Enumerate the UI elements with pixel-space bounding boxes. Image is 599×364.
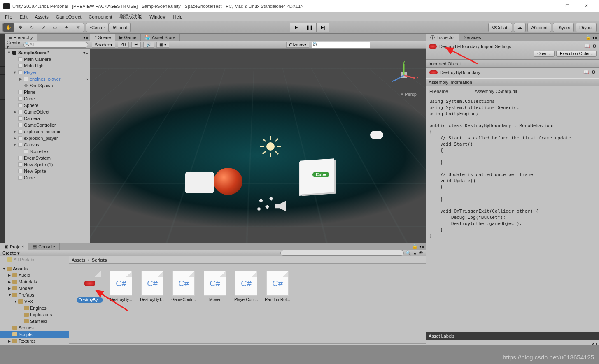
create-button[interactable]: Create ▾ [7,40,22,49]
maximize-button[interactable]: ☐ [558,0,577,12]
scale-tool-button[interactable]: ⤢ [37,23,49,32]
breadcrumb[interactable]: Assets › Scripts [69,256,426,264]
twod-toggle[interactable]: 2D [118,42,129,48]
hierarchy-item[interactable]: ▼Canvas [5,141,90,148]
cloud-button[interactable]: ☁ [514,23,526,32]
gear-icon[interactable]: ⚙ [592,44,597,49]
hierarchy-item[interactable]: ▶GameObject [5,109,90,115]
menu-component[interactable]: Component [85,14,115,20]
fx-toggle[interactable]: ▦ ▾ [156,42,169,48]
folder-prefabs[interactable]: ▼Prefabs [0,292,69,298]
execution-order-button[interactable]: Execution Order... [556,51,597,57]
minimize-button[interactable]: — [539,0,558,12]
layers-button[interactable]: Layers▼ [553,23,574,32]
hierarchy-item[interactable]: ▶explosion_player [5,135,90,141]
file-item[interactable]: C#PlayerCont... [233,271,259,302]
menu-window[interactable]: Window [146,14,169,20]
hierarchy-item[interactable]: ShotSpawn [5,82,90,89]
perspective-label[interactable]: ≡ Persp [401,92,417,97]
file-item[interactable]: C#DestroyByT... [139,271,165,302]
hierarchy-item[interactable]: Camera [5,115,90,122]
move-tool-button[interactable]: ✥ [14,23,26,32]
transform-tool-button[interactable]: ✦ [61,23,72,32]
folder-scenes[interactable]: Scenes [0,325,69,331]
project-search-input[interactable] [280,250,404,256]
pivot-mode-button[interactable]: ▪ Center [86,23,109,32]
draw-mode-dropdown[interactable]: Shaded ▾ [92,42,115,48]
menu-assets[interactable]: Assets [32,14,52,20]
folder-vfx[interactable]: ▼VFX [0,298,69,305]
folder-materials[interactable]: ▶Materials [0,278,69,285]
breadcrumb-assets[interactable]: Assets [72,257,85,262]
close-button[interactable]: ✕ [577,0,596,12]
hierarchy-item[interactable]: ▶explosion_asteroid [5,128,90,135]
console-tab[interactable]: ▤ Console [28,243,59,250]
scene-root[interactable]: ▼ SampleScene* ▾≡ [5,49,90,56]
hierarchy-item[interactable]: Cube [5,174,90,181]
breadcrumb-scripts[interactable]: Scripts [92,257,107,262]
rect-tool-button[interactable]: ▭ [49,23,61,32]
tab-scene[interactable]: # Scene [90,34,115,41]
file-item[interactable]: C#DestroyBy... [108,271,134,302]
search-filter-icon[interactable]: 🔍 [406,250,411,256]
pivot-rotation-button[interactable]: ⊕ Local [109,23,131,32]
menu-edit[interactable]: Edit [16,14,31,20]
folder-assets[interactable]: ▼Assets [0,265,69,272]
hierarchy-item[interactable]: GameController [5,122,90,128]
folder-engines[interactable]: Engines [0,305,69,311]
hierarchy-item[interactable]: Main Light [5,63,90,69]
hand-tool-button[interactable]: ✋ [3,23,14,32]
gizmos-dropdown[interactable]: Gizmos ▾ [286,42,309,48]
pause-button[interactable]: ❚❚ [303,23,316,32]
tab-asset-store[interactable]: 🏪 Asset Store [141,34,179,41]
scene-axis-gizmo[interactable]: yxz [389,61,418,90]
favorites-item[interactable]: All Prefabs [0,256,69,263]
menu-file[interactable]: File [2,14,16,20]
favorite-filter-icon[interactable]: ★ [413,250,417,256]
create-button[interactable]: Create ▾ [2,250,20,256]
file-item[interactable]: C#Mover [202,271,228,302]
play-button[interactable]: ▶ [290,23,303,32]
lighting-toggle[interactable]: ☀ [131,42,141,48]
inspector-tab[interactable]: ⓘ Inspector [426,34,459,42]
scene-search-input[interactable] [312,42,370,48]
account-button[interactable]: Account▼ [527,23,551,32]
hierarchy-item[interactable]: Sphere [5,102,90,109]
folder-textures[interactable]: ▶Textures [0,338,69,344]
scene-view[interactable]: Cube yxz ≡ Persp [90,49,426,243]
services-tab[interactable]: Services [459,34,485,41]
project-tab[interactable]: ▣ Project [0,243,28,250]
folder-scripts[interactable]: Scripts [0,331,69,338]
gear-icon[interactable]: ⚙ [592,70,596,75]
hierarchy-item[interactable]: ▶engines_player› [5,76,90,82]
menu-help[interactable]: Help [170,14,186,20]
rotate-tool-button[interactable]: ↻ [26,23,37,32]
open-button[interactable]: Open... [534,51,555,57]
scene-menu-icon[interactable]: ▾≡ [83,50,90,56]
hierarchy-search-input[interactable] [23,42,88,48]
hierarchy-item[interactable]: Plane [5,89,90,95]
folder-starfield[interactable]: Starfield [0,318,69,325]
hierarchy-item[interactable]: ▼Player [5,69,90,76]
file-item[interactable]: DestroyBy... [77,271,103,303]
hierarchy-item[interactable]: Main Camera [5,56,90,63]
hidden-filter-icon[interactable]: 👁 [419,250,423,255]
asteroid-object[interactable] [214,168,242,195]
file-item[interactable]: C#RandomRot... [264,271,291,302]
audio-toggle[interactable]: 🔊 [143,42,154,48]
hierarchy-item[interactable]: ScoreText [5,148,90,155]
layout-button[interactable]: Layout▼ [576,23,597,32]
folder-explosions[interactable]: Explosions [0,311,69,318]
collab-button[interactable]: ⊙ Collab▼ [488,23,512,32]
hierarchy-item[interactable]: Cube [5,95,90,102]
panel-menu-icon[interactable]: ▾≡ [82,35,90,40]
file-item[interactable]: C#GameContr... [170,271,197,302]
menu-gameobject[interactable]: GameObject [53,14,85,20]
tab-game[interactable]: ▶ Game [115,34,141,41]
panel-lock-icon[interactable]: 🔒 ▾≡ [410,244,426,249]
hierarchy-item[interactable]: EventSystem [5,155,90,161]
panel-lock-icon[interactable]: 🔒 ▾≡ [584,35,599,40]
step-button[interactable]: ▶| [316,23,329,32]
hierarchy-item[interactable]: New Sprite [5,168,90,174]
help-icon[interactable]: 📖 [584,44,590,49]
